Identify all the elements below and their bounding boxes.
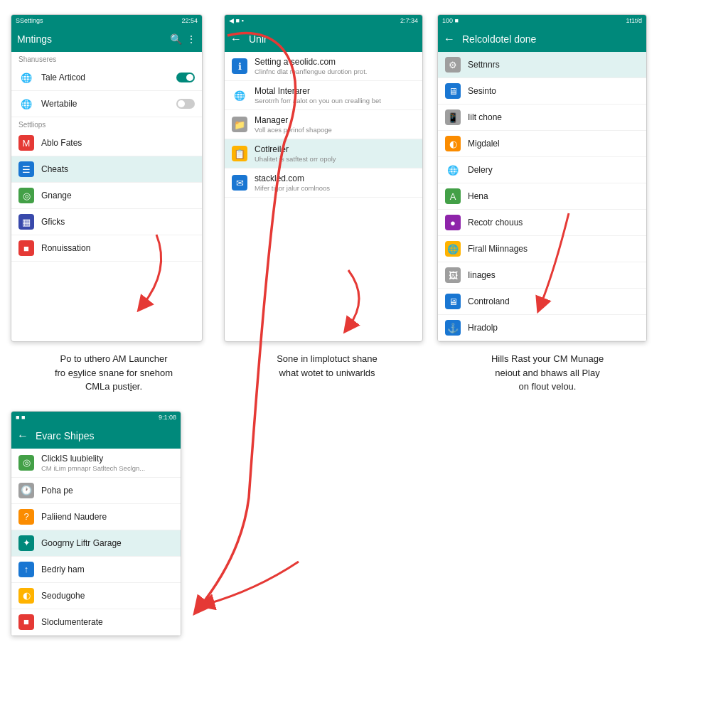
list-item-controller[interactable]: 📋 Cotlreiler Uhalitet is satftest orr op… <box>225 139 422 168</box>
googrny-icon: ✦ <box>18 535 34 551</box>
stackled-icon: ✉ <box>232 175 247 191</box>
back-arrow-2[interactable]: ← <box>230 33 242 46</box>
cheats-icon: ☰ <box>18 161 34 177</box>
ronuissation-icon: ■ <box>18 240 34 256</box>
list-item-ronuissation[interactable]: ■ Ronuissation <box>11 235 202 262</box>
list-item-seodugohe[interactable]: ◐ Seodugohe <box>11 583 181 609</box>
list-item-images[interactable]: 🖼 Iinages <box>438 262 646 289</box>
list-item-gficks[interactable]: ▦ Gficks <box>11 209 202 235</box>
bedrly-icon: ↑ <box>18 562 34 577</box>
pohape-title: Poha pe <box>41 486 173 496</box>
settings3-title: Settnnrs <box>468 60 639 70</box>
list-item-recochouas[interactable]: ● Recotr chouus <box>438 210 646 236</box>
ronuissation-title: Ronuissation <box>41 243 195 253</box>
hena-title: Hena <box>468 191 639 201</box>
stackled-title: stackled.com <box>255 173 415 183</box>
setting-subtitle: Clinfnc dlat reanflengue durotion prot. <box>255 68 415 75</box>
list-item-iltchone[interactable]: 📱 Iilt chone <box>438 105 646 131</box>
sesinto-icon: 🖥 <box>445 83 461 99</box>
clickis-title: ClickIS luubielity <box>41 454 173 464</box>
list-item-settings3[interactable]: ⚙ Settnnrs <box>438 52 646 78</box>
bedrly-title: Bedrly ham <box>41 564 173 574</box>
list-item-sesinto[interactable]: 🖥 Sesinto <box>438 78 646 105</box>
list-item-migdalel[interactable]: ◐ Migdalel <box>438 131 646 157</box>
status-right-2: 2:7:34 <box>400 17 418 24</box>
status-bar-1: SSettings 22:54 <box>11 15 202 26</box>
list-item-clickis[interactable]: ◎ ClickIS luubielity CM iLim pmnapr Satl… <box>11 449 181 478</box>
images-title: Iinages <box>468 270 639 280</box>
search-icon-1[interactable]: 🔍 <box>170 33 182 45</box>
toolbar-title-2: Unir <box>249 33 417 45</box>
seodugohe-icon: ◐ <box>18 588 34 604</box>
wertabile-title: Wertabile <box>41 99 169 109</box>
hena-icon: A <box>445 188 461 204</box>
googrny-title: Googrny Liftr Garage <box>41 538 173 548</box>
motal-subtitle: Serotrrh forr aalot on you oun crealling… <box>255 97 415 105</box>
status-left-4: ■ ■ <box>16 414 25 421</box>
manager-subtitle: Voll aces perinof shapoge <box>255 126 415 134</box>
status-right-1: 22:54 <box>181 17 198 24</box>
migdalel-icon: ◐ <box>445 136 461 151</box>
list-item-motal[interactable]: 🌐 Motal Interarer Serotrrh forr aalot on… <box>225 81 422 110</box>
status-bar-2: ◀ ■ ▪ 2:7:34 <box>225 15 422 26</box>
controller-title: Cotlreiler <box>255 144 415 154</box>
recochouas-icon: ● <box>445 215 461 230</box>
status-left-3: 100 ■ <box>442 17 459 24</box>
gnange-title: Gnange <box>41 191 195 200</box>
phone-2: ◀ ■ ▪ 2:7:34 ← Unir ℹ Setting a seolidc.… <box>224 14 423 342</box>
tale-toggle[interactable] <box>176 73 195 82</box>
hradolp-icon: ⚓ <box>445 320 461 336</box>
migdalel-title: Migdalel <box>468 139 639 149</box>
clickis-icon: ◎ <box>18 455 34 471</box>
list-item-sloclum[interactable]: ■ Sloclumenterate <box>11 609 181 636</box>
list-item-stackled[interactable]: ✉ stackled.com Mifer tigor jalur comlnoo… <box>225 168 422 198</box>
tale-icon: 🌐 <box>18 70 34 85</box>
controland-title: Controland <box>468 296 639 306</box>
status-left-1: SSettings <box>16 17 43 24</box>
toolbar-4: ← Evarc Shipes <box>11 423 181 449</box>
toolbar-title-1: Mntings <box>17 33 166 45</box>
back-arrow-3[interactable]: ← <box>444 33 455 46</box>
controller-subtitle: Uhalitet is satftest orr opoly <box>255 155 415 163</box>
list-item-ablo[interactable]: M Ablo Fates <box>11 130 202 156</box>
section-header-shanuseres: Shanuseres <box>11 52 202 65</box>
motal-title: Motal Interarer <box>255 86 415 96</box>
recochouas-title: Recotr chouus <box>468 218 639 228</box>
controller-icon: 📋 <box>232 146 247 161</box>
caption-2: Sone in limplotuct shanewhat wotet to un… <box>224 349 430 397</box>
list-item-googrny[interactable]: ✦ Googrny Liftr Garage <box>11 530 181 557</box>
toolbar-title-3: Relcoldotel done <box>462 33 641 45</box>
toolbar-1: Mntings 🔍 ⋮ <box>11 26 202 52</box>
list-item-hradolp[interactable]: ⚓ Hradolp <box>438 315 646 341</box>
list-item-controland[interactable]: 🖥 Controland <box>438 289 646 315</box>
list-item-pohape[interactable]: 🕐 Poha pe <box>11 478 181 504</box>
list-item-manager[interactable]: 📁 Manager Voll aces perinof shapoge <box>225 110 422 139</box>
list-item-wertabile[interactable]: 🌐 Wertabile <box>11 91 202 117</box>
gficks-icon: ▦ <box>18 214 34 230</box>
clickis-subtitle: CM iLim pmnapr Satltech Seclgn... <box>41 464 173 472</box>
gficks-title: Gficks <box>41 217 195 227</box>
pohape-icon: 🕐 <box>18 483 34 498</box>
tale-title: Tale Articod <box>41 73 169 82</box>
status-right-4: 9:1:08 <box>159 414 176 421</box>
back-arrow-4[interactable]: ← <box>17 429 28 442</box>
iltchone-title: Iilt chone <box>468 112 639 122</box>
more-icon-1[interactable]: ⋮ <box>186 33 196 45</box>
wertabile-toggle[interactable] <box>176 99 195 109</box>
list-item-setting[interactable]: ℹ Setting a seolidc.com Clinfnc dlat rea… <box>225 52 422 81</box>
gnange-icon: ◎ <box>18 188 34 203</box>
status-bar-3: 100 ■ 1t1t/d <box>438 15 646 26</box>
delery-title: Delery <box>468 165 639 175</box>
list-item-delery[interactable]: 🌐 Delery <box>438 157 646 183</box>
list-item-gnange[interactable]: ◎ Gnange <box>11 183 202 209</box>
list-item-cheats[interactable]: ☰ Cheats <box>11 156 202 183</box>
status-right-3: 1t1t/d <box>626 17 642 24</box>
sesinto-title: Sesinto <box>468 86 639 96</box>
manager-title: Manager <box>255 115 415 125</box>
list-item-tale[interactable]: 🌐 Tale Articod <box>11 65 202 91</box>
list-item-paliend[interactable]: ? Paliiend Naudere <box>11 504 181 530</box>
list-item-firailimages[interactable]: 🌐 Firall Miinnages <box>438 236 646 262</box>
list-item-bedrly[interactable]: ↑ Bedrly ham <box>11 557 181 583</box>
list-item-hena[interactable]: A Hena <box>438 183 646 210</box>
toolbar-3: ← Relcoldotel done <box>438 26 646 52</box>
